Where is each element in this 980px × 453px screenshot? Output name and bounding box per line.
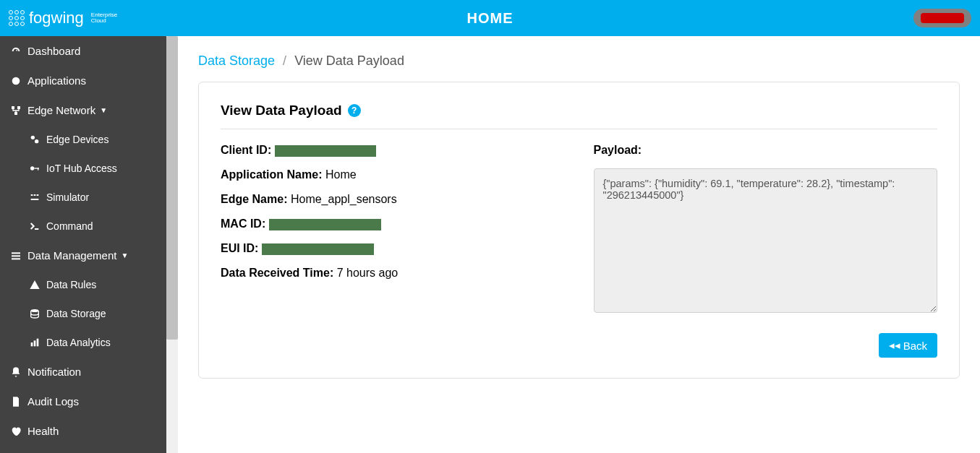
sidebar-item-applications[interactable]: Applications <box>0 66 166 95</box>
sidebar-item-notification[interactable]: Notification <box>0 357 166 387</box>
document-icon <box>10 396 27 407</box>
edge-name-value: Home_appl_sensors <box>291 193 397 205</box>
client-id-value-redacted <box>275 145 376 157</box>
field-client-id: Client ID: <box>221 144 565 157</box>
sidebar-item-data-analytics[interactable]: Data Analytics <box>0 328 166 357</box>
sidebar-item-label: Edge Network <box>27 104 95 116</box>
sidebar-item-label: Audit Logs <box>27 395 79 407</box>
sidebar-item-label: Edge Devices <box>46 134 108 145</box>
svg-rect-9 <box>31 194 33 196</box>
bell-icon <box>10 366 27 378</box>
payload-card: View Data Payload ? Client ID: Applicati… <box>198 82 960 379</box>
brand-logo[interactable]: fogwing EnterpriseCloud <box>9 9 117 27</box>
svg-rect-14 <box>12 255 20 256</box>
eui-id-label: EUI ID: <box>221 242 258 254</box>
svg-point-16 <box>31 309 39 312</box>
svg-rect-12 <box>31 199 39 200</box>
caret-down-icon: ▼ <box>121 251 128 259</box>
eui-id-value-redacted <box>262 243 374 255</box>
svg-point-0 <box>12 77 20 85</box>
topbar: fogwing EnterpriseCloud HOME <box>0 0 980 36</box>
sidebar-item-label: Applications <box>27 74 86 87</box>
sidebar-item-command[interactable]: Command <box>0 212 166 241</box>
svg-rect-13 <box>12 252 20 254</box>
payload-column: Payload: <box>594 144 938 316</box>
user-menu[interactable] <box>913 9 971 27</box>
payload-textarea[interactable] <box>594 168 938 313</box>
recv-time-label: Data Received Time: <box>221 267 333 279</box>
sidebar-item-iot-hub[interactable]: IoT Hub Access <box>0 154 166 183</box>
sidebar-item-label: Dashboard <box>27 45 80 57</box>
scrollbar-thumb[interactable] <box>166 36 178 340</box>
brand-name: fogwing <box>29 9 84 27</box>
database-icon <box>29 308 46 319</box>
caret-down-icon: ▼ <box>100 106 107 114</box>
key-icon <box>29 163 46 174</box>
sidebar: Dashboard Applications Edge Network ▼ Ed… <box>0 36 166 453</box>
back-button[interactable]: ◂◂ Back <box>879 333 937 358</box>
sidebar-item-data-management[interactable]: Data Management ▼ <box>0 241 166 270</box>
mac-id-value-redacted <box>269 219 381 230</box>
svg-rect-1 <box>12 106 14 109</box>
chart-icon <box>29 337 46 348</box>
svg-rect-11 <box>37 194 39 196</box>
mac-id-label: MAC ID: <box>221 217 265 230</box>
svg-point-6 <box>30 166 34 170</box>
sidebar-item-label: Command <box>46 220 93 232</box>
payload-label: Payload: <box>594 144 642 156</box>
sidebar-item-data-rules[interactable]: Data Rules <box>0 270 166 299</box>
sidebar-item-edge-network[interactable]: Edge Network ▼ <box>0 95 166 125</box>
page-heading: HOME <box>467 10 514 27</box>
sidebar-item-edge-devices[interactable]: Edge Devices <box>0 125 166 154</box>
client-id-label: Client ID: <box>221 144 271 156</box>
svg-rect-2 <box>17 106 20 109</box>
user-name-redacted <box>921 13 964 23</box>
field-application-name: Application Name: Home <box>221 168 565 181</box>
network-icon <box>10 105 27 116</box>
main-content: Data Storage / View Data Payload View Da… <box>178 36 980 453</box>
sidebar-item-label: Data Storage <box>46 308 106 319</box>
edge-name-label: Edge Name: <box>221 193 287 205</box>
svg-rect-10 <box>34 194 36 196</box>
sidebar-item-label: Data Management <box>27 249 116 262</box>
breadcrumb: Data Storage / View Data Payload <box>198 53 960 69</box>
heart-icon <box>10 426 27 437</box>
circle-icon <box>10 75 27 87</box>
sidebar-item-label: Data Rules <box>46 279 96 290</box>
back-button-label: Back <box>903 340 927 352</box>
field-edge-name: Edge Name: Home_appl_sensors <box>221 193 565 206</box>
list-icon <box>10 250 27 262</box>
svg-point-5 <box>35 139 38 143</box>
sidebar-item-health[interactable]: Health <box>0 416 166 446</box>
svg-point-4 <box>31 136 35 139</box>
sidebar-item-data-storage[interactable]: Data Storage <box>0 299 166 328</box>
dashes-icon <box>29 191 46 203</box>
sidebar-scrollbar[interactable] <box>166 36 178 453</box>
details-column: Client ID: Application Name: Home Edge N… <box>221 144 565 316</box>
sidebar-item-label: Health <box>27 425 59 437</box>
field-received-time: Data Received Time: 7 hours ago <box>221 267 565 280</box>
field-payload: Payload: <box>594 144 938 157</box>
field-mac-id: MAC ID: <box>221 217 565 230</box>
rewind-icon: ◂◂ <box>889 339 900 352</box>
terminal-icon <box>29 220 46 232</box>
warn-icon <box>29 279 46 290</box>
sidebar-item-audit-logs[interactable]: Audit Logs <box>0 387 166 416</box>
card-title-text: View Data Payload <box>221 103 342 118</box>
sidebar-item-label: Notification <box>27 366 81 378</box>
sidebar-item-simulator[interactable]: Simulator <box>0 183 166 212</box>
help-icon[interactable]: ? <box>348 104 361 117</box>
recv-time-value: 7 hours ago <box>337 267 399 279</box>
sidebar-item-dashboard[interactable]: Dashboard <box>0 36 166 66</box>
svg-rect-3 <box>14 112 17 115</box>
svg-rect-18 <box>34 340 36 346</box>
app-name-value: Home <box>325 168 357 181</box>
cogs-icon <box>29 134 46 145</box>
brand-sub: EnterpriseCloud <box>88 12 117 24</box>
breadcrumb-root[interactable]: Data Storage <box>198 53 275 68</box>
breadcrumb-separator: / <box>283 53 286 68</box>
sidebar-item-label: Simulator <box>46 191 89 203</box>
card-title: View Data Payload ? <box>221 103 937 129</box>
svg-rect-15 <box>12 258 20 259</box>
sidebar-item-label: IoT Hub Access <box>46 163 117 174</box>
